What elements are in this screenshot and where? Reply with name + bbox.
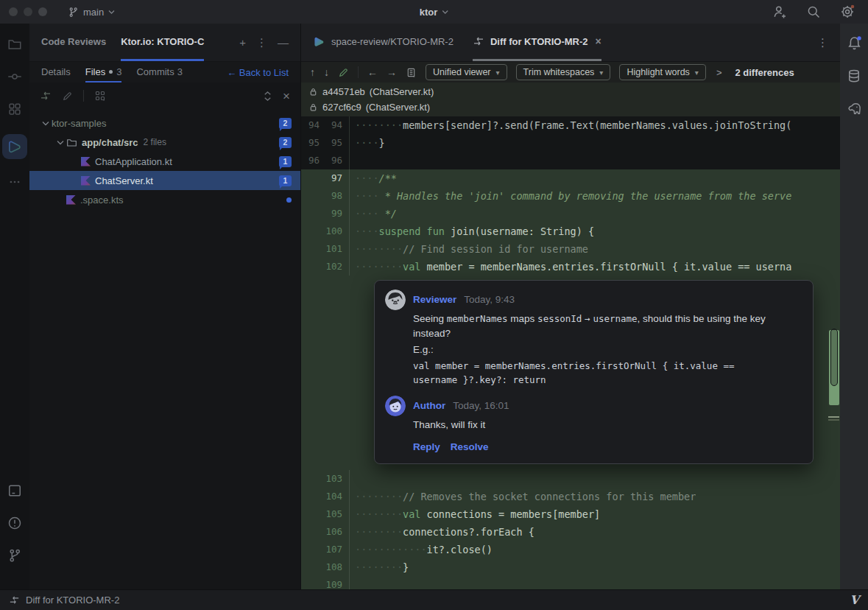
branch-selector[interactable]: main <box>68 7 115 18</box>
new-line-number: 109 <box>324 576 347 589</box>
old-line-number <box>301 558 324 576</box>
back-to-list-link[interactable]: ← Back to List <box>227 67 289 78</box>
commits-icon[interactable] <box>7 69 22 84</box>
terminal-icon[interactable] <box>7 483 22 498</box>
more-options-chevron[interactable]: > <box>716 67 722 78</box>
new-line-number: 94 <box>324 116 347 134</box>
subtab-details[interactable]: Details <box>41 62 71 83</box>
editor-scrollbar-thumb[interactable] <box>830 329 838 386</box>
panel-menu-kebab-icon[interactable]: ⋮ <box>256 37 267 48</box>
space-tool-active[interactable] <box>2 134 27 159</box>
settings-gear-icon[interactable] <box>840 4 855 19</box>
problems-icon[interactable] <box>7 516 22 530</box>
previous-difference-icon[interactable]: ↑ <box>310 67 315 77</box>
code-line[interactable]: 103 <box>301 470 840 488</box>
commit-ref[interactable]: a44571eb (ChatServer.kt) <box>308 84 833 99</box>
tab-review-ktorio[interactable]: Ktor.io: KTORIO-C <box>121 24 204 61</box>
code-line[interactable]: 98 ···· * Handles the 'join' command by … <box>301 187 840 205</box>
tree-item[interactable]: ktor-samples 2 <box>29 113 300 133</box>
file-type-icon <box>66 195 76 205</box>
code-line[interactable]: 97 ····/** <box>301 169 840 187</box>
status-bar: Diff for KTORIO-MR-2 V <box>0 589 868 610</box>
show-diff-icon[interactable] <box>40 90 52 102</box>
subtab-commits[interactable]: Commits 3 <box>136 62 183 83</box>
code-line[interactable]: 99 ···· */ <box>301 205 840 222</box>
space-logo-icon <box>7 139 22 154</box>
comment-count-badge[interactable]: 1 <box>279 175 292 186</box>
tab-space-review[interactable]: space-review/KTORIO-MR-2 <box>313 24 454 61</box>
code-line[interactable]: 104 ········// Removes the socket connec… <box>301 488 840 505</box>
editor-menu-kebab-icon[interactable]: ⋮ <box>817 36 828 49</box>
back-icon[interactable]: ← <box>367 67 378 77</box>
new-line-number: 101 <box>324 240 347 258</box>
add-tab-button[interactable]: + <box>239 37 246 48</box>
add-collaborator-icon[interactable] <box>772 4 787 19</box>
window-controls <box>9 7 47 16</box>
resolve-link[interactable]: Resolve <box>451 440 489 455</box>
code-line[interactable]: 101 ········// Find session id for usern… <box>301 240 840 258</box>
whitespace-dots: ········ <box>355 526 403 538</box>
chevron-down-icon[interactable] <box>54 140 66 145</box>
code-token: join(username: String) { <box>451 225 594 237</box>
comment-count-badge[interactable]: 2 <box>279 137 292 148</box>
expand-collapse-icon[interactable] <box>263 91 272 102</box>
gradle-elephant-icon[interactable] <box>847 101 862 116</box>
code-token: // Find session id for username <box>403 243 588 255</box>
more-tools-icon[interactable] <box>8 175 21 189</box>
project-selector[interactable]: ktor <box>420 7 449 18</box>
code-line[interactable]: 107 ············it?.close() <box>301 541 840 558</box>
subtab-files[interactable]: Files 3 <box>85 62 122 83</box>
close-panel-icon[interactable]: × <box>283 90 290 102</box>
next-difference-icon[interactable]: ↓ <box>324 67 329 77</box>
tab-code-reviews[interactable]: Code Reviews <box>41 24 106 61</box>
highlight-dropdown[interactable]: Highlight words ▾ <box>619 64 706 80</box>
reply-link[interactable]: Reply <box>413 440 440 455</box>
code-line[interactable]: 9494 ········members[sender]?.send(Frame… <box>301 116 840 134</box>
code-line[interactable]: 100 ····suspend fun join(username: Strin… <box>301 222 840 240</box>
files-folder-icon[interactable] <box>7 37 22 52</box>
comment-count-badge[interactable]: 1 <box>279 156 292 167</box>
inline-code: → <box>585 313 590 324</box>
database-icon[interactable] <box>847 69 861 83</box>
new-line-number: 100 <box>324 222 347 240</box>
whitespace-dropdown[interactable]: Trim whitespaces ▾ <box>516 64 611 80</box>
tree-item-suffix: 2 files <box>144 137 166 147</box>
code-token: // Removes the socket connections for th… <box>403 491 696 502</box>
edit-pencil-icon[interactable] <box>62 91 73 102</box>
git-branch-icon[interactable] <box>7 548 22 563</box>
hide-panel-button[interactable]: — <box>278 37 289 48</box>
tree-item[interactable]: app/chat/src 2 files 2 <box>29 133 300 152</box>
comment-author-name[interactable]: Author <box>413 399 445 413</box>
window-minimize-button[interactable] <box>24 7 32 16</box>
chevron-down-icon[interactable] <box>40 121 52 126</box>
forward-icon[interactable]: → <box>387 67 397 77</box>
code-reviews-panel: Code Reviews Ktor.io: KTORIO-C + ⋮ — Det… <box>29 24 300 589</box>
window-close-button[interactable] <box>9 7 18 16</box>
tab-diff[interactable]: Diff for KTORIO-MR-2 × <box>473 24 601 61</box>
file-list-icon[interactable] <box>406 67 417 78</box>
comment-author-name[interactable]: Reviewer <box>413 292 456 307</box>
notifications-bell-icon[interactable] <box>847 35 862 51</box>
code-line[interactable]: 9595 ····} <box>301 134 840 152</box>
code-line[interactable]: 108 ········} <box>301 558 840 576</box>
tree-item[interactable]: ChatServer.kt 1 <box>29 171 300 190</box>
modules-icon[interactable] <box>7 102 22 116</box>
close-tab-icon[interactable]: × <box>596 35 601 47</box>
code-token: val <box>403 261 427 273</box>
window-zoom-button[interactable] <box>38 7 47 16</box>
tree-item[interactable]: ChatApplication.kt 1 <box>29 152 300 171</box>
code-line[interactable]: 105 ········val connections = members[me… <box>301 505 840 523</box>
viewer-mode-dropdown[interactable]: Unified viewer ▾ <box>426 64 507 80</box>
code-token: it?.close() <box>427 544 493 555</box>
edit-pencil-icon[interactable] <box>338 67 349 78</box>
code-line[interactable]: 102 ········val member = memberNames.ent… <box>301 258 840 276</box>
code-line[interactable]: 106 ········connections?.forEach { <box>301 523 840 541</box>
code-line[interactable]: 9696 <box>301 152 840 169</box>
group-by-icon[interactable] <box>94 90 106 102</box>
search-icon[interactable] <box>806 4 821 19</box>
tree-item[interactable]: .space.kts <box>29 190 300 209</box>
code-line[interactable]: 109 <box>301 576 840 589</box>
comment-count-badge[interactable]: 2 <box>279 118 292 129</box>
commit-ref[interactable]: 627cf6c9 (ChatServer.kt) <box>308 99 833 115</box>
unread-dot <box>286 197 292 203</box>
